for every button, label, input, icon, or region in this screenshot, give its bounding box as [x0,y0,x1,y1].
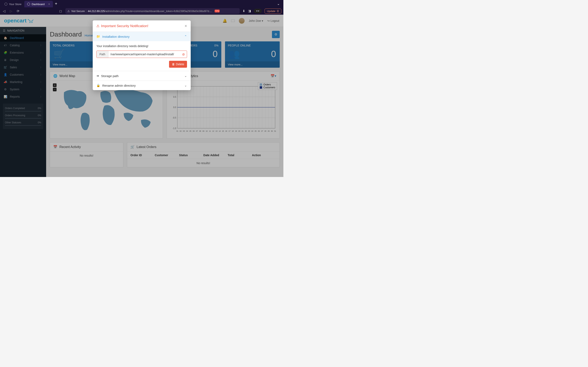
chevron-up-icon: ⌃ [184,35,187,38]
tab-your-store[interactable]: Your Store [2,1,24,7]
chevron-down-icon: ⌄ [184,83,187,87]
globe-icon [27,3,30,6]
download-icon[interactable]: ⬇ [242,9,245,13]
path-input-group: Path ⊘ [96,50,187,58]
path-input[interactable] [108,51,180,58]
lock-icon: 🔒 [96,83,100,87]
menu-icon: ☰ [277,9,279,13]
close-icon[interactable]: × [48,2,50,6]
tabs-dropdown-icon[interactable]: ⌄ [275,2,282,6]
tab-dashboard[interactable]: Dashboard × [24,1,53,7]
panel-icon[interactable]: ◨ [248,9,251,13]
folder-icon: 📁 [96,35,100,38]
back-button[interactable]: ◁ [2,9,6,13]
bookmark-icon[interactable]: ◻ [58,9,62,13]
close-icon[interactable]: × [185,24,187,28]
tab-label: Your Store [9,3,21,6]
url-text: 44.212.69.225/admin/index.php?route=comm… [88,9,212,13]
address-bar[interactable]: ⚠ Not Secure 44.212.69.225/admin/index.p… [65,8,240,14]
path-label: Path [96,51,108,58]
modal-overlay[interactable]: ⚠ Important Security Notification! × 📁 I… [0,15,283,177]
not-secure-label: Not Secure [71,9,86,13]
forward-button: ▷ [9,9,13,13]
update-button[interactable]: Update☰ [265,8,281,14]
arrow-icon: ➜ [96,74,99,78]
incognito-icon[interactable]: 👓 [254,9,262,13]
modal-title: ⚠ Important Security Notification! [96,24,148,28]
warning-icon: ⚠ [67,9,70,13]
chevron-down-icon: ⌄ [184,74,187,78]
delete-button[interactable]: 🗑 Delete [169,61,187,68]
accordion-rename-header[interactable]: 🔒 Rename admin directory ⌄ [93,81,191,90]
url-bar: ◁ ▷ ⟳ ◻ ⚠ Not Secure 44.212.69.225/admin… [0,7,283,15]
warning-icon: ⚠ [96,24,99,28]
install-message: Your installation directory needs deleti… [96,44,187,48]
shield-badge[interactable]: 🛡1 [215,9,220,12]
error-icon: ⊘ [180,52,187,56]
tab-bar: Your Store Dashboard × + ⌄ [0,0,283,7]
globe-icon [4,3,7,6]
accordion-install-header[interactable]: 📁 Installation directory ⌃ [93,32,191,41]
tab-label: Dashboard [32,3,45,6]
browser-chrome: Your Store Dashboard × + ⌄ ◁ ▷ ⟳ ◻ ⚠ Not… [0,0,283,15]
accordion-storage-header[interactable]: ➜ Storage path ⌄ [93,71,191,81]
reload-button[interactable]: ⟳ [16,9,20,13]
trash-icon: 🗑 [172,63,175,66]
new-tab-button[interactable]: + [53,1,60,6]
security-modal: ⚠ Important Security Notification! × 📁 I… [93,20,191,90]
